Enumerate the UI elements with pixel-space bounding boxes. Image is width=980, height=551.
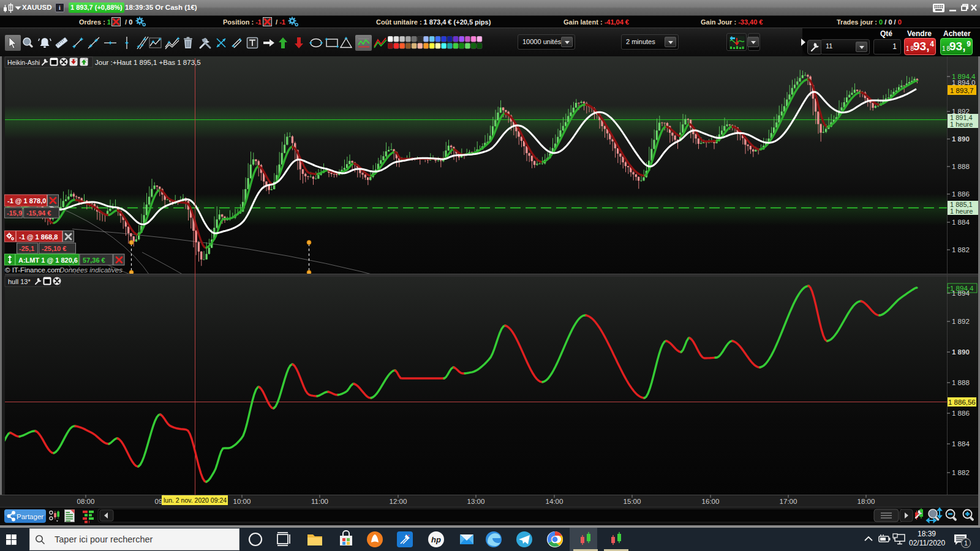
svg-text:-1 @ 1 868,8: -1 @ 1 868,8 [19,233,58,241]
svg-text:Heikin-Ashi: Heikin-Ashi [7,59,40,66]
svg-text:-25,10 €: -25,10 € [42,245,66,252]
svg-text:© IT-Finance.com: © IT-Finance.com [5,266,61,274]
svg-text:1 888: 1 888 [952,379,970,386]
svg-text:16:00: 16:00 [702,498,720,505]
svg-text:14:00: 14:00 [546,498,564,505]
svg-text:1 890: 1 890 [952,348,970,356]
svg-text:A:LMT 1 @ 1 820,6: A:LMT 1 @ 1 820,6 [18,257,78,264]
svg-text:lun. 2 nov. 2020 09:24: lun. 2 nov. 2020 09:24 [164,497,227,504]
svg-text:10:00: 10:00 [233,498,251,505]
svg-text:Données indicatives: Données indicatives [59,266,123,274]
svg-text:1 886: 1 886 [952,410,970,417]
svg-text:1 heure: 1 heure [950,121,973,128]
svg-text:hp: hp [431,535,441,544]
svg-text:1: 1 [964,539,968,547]
svg-text:1 886: 1 886 [952,190,970,198]
svg-text:57,36 €: 57,36 € [83,257,105,264]
svg-text:13:00: 13:00 [467,498,485,505]
svg-text:Jour :+Haut 1 895,1 +Bas 1 873: Jour :+Haut 1 895,1 +Bas 1 873,5 [95,59,201,66]
svg-text:-15,94 €: -15,94 € [26,209,51,217]
svg-text:17:00: 17:00 [780,498,797,505]
svg-text:-25,1: -25,1 [19,245,34,252]
svg-text:18:00: 18:00 [858,498,875,505]
svg-text:1 884: 1 884 [952,219,970,226]
svg-text:1 890: 1 890 [952,135,970,143]
svg-text:1 heure: 1 heure [950,208,973,215]
svg-text:1 888: 1 888 [952,163,970,170]
svg-text:12:00: 12:00 [390,498,407,505]
svg-text:15:00: 15:00 [624,498,641,505]
svg-text:-1 @ 1 878,0: -1 @ 1 878,0 [7,197,46,204]
svg-text:1 884: 1 884 [952,440,970,448]
svg-text:08:00: 08:00 [77,498,95,505]
svg-text:1 894: 1 894 [952,290,970,297]
svg-text:1 893,7: 1 893,7 [950,87,973,94]
svg-text:11:00: 11:00 [311,498,328,505]
svg-text:1 886,56: 1 886,56 [948,399,976,406]
svg-text:-15,9: -15,9 [7,209,22,217]
svg-text:1 882: 1 882 [952,246,970,253]
svg-text:1 892: 1 892 [952,318,970,325]
svg-text:1 882: 1 882 [952,469,970,476]
svg-text:hull 13*: hull 13* [8,278,31,285]
svg-text:Partager: Partager [17,513,43,520]
